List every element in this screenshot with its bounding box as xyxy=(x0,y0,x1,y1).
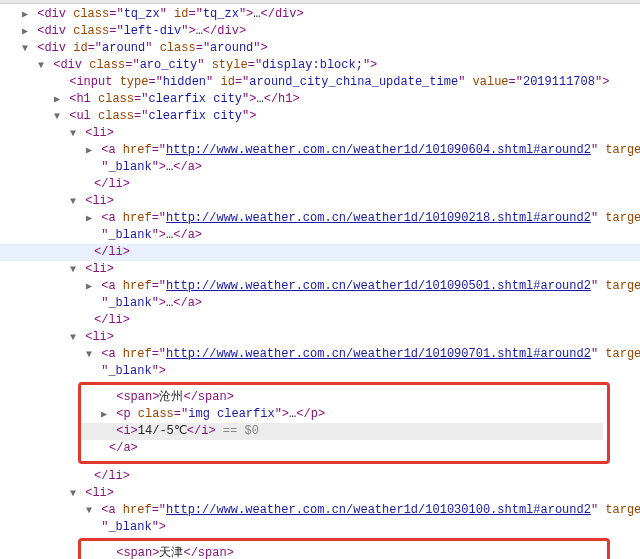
dom-node-li-close[interactable]: ▶</li> xyxy=(0,312,640,329)
dom-node-a-open[interactable]: ▼ <a href="http://www.weather.com.cn/wea… xyxy=(0,346,640,363)
dom-tree: ▶ <div class="tq_zx" id="tq_zx">…</div> … xyxy=(0,4,640,559)
dom-node-ul[interactable]: ▼ <ul class="clearfix city"> xyxy=(0,108,640,125)
dom-node-a[interactable]: ▶ <a href="http://www.weather.com.cn/wea… xyxy=(0,210,640,227)
dom-node-div-arocity[interactable]: ▼ <div class="aro_city" style="display:b… xyxy=(0,57,640,74)
dom-node-a[interactable]: ▶ <a href="http://www.weather.com.cn/wea… xyxy=(0,278,640,295)
collapse-arrow[interactable]: ▼ xyxy=(84,347,94,363)
collapse-arrow[interactable]: ▼ xyxy=(68,126,78,142)
href-link[interactable]: http://www.weather.com.cn/weather1d/1010… xyxy=(166,143,591,157)
dom-node-li[interactable]: ▼ <li> xyxy=(0,485,640,502)
collapse-arrow[interactable]: ▼ xyxy=(84,503,94,519)
dom-node-li[interactable]: ▼ <li> xyxy=(0,261,640,278)
collapse-arrow[interactable]: ▼ xyxy=(68,330,78,346)
dom-node-li[interactable]: ▼ <li> xyxy=(0,193,640,210)
collapse-arrow[interactable]: ▼ xyxy=(36,58,46,74)
dom-node-a-close[interactable]: ▶</a> xyxy=(81,440,603,457)
dom-node-h1[interactable]: ▶ <h1 class="clearfix city">…</h1> xyxy=(0,91,640,108)
dollar-zero-indicator: == $0 xyxy=(216,424,259,438)
dom-node-input-hidden[interactable]: ▶ <input type="hidden" id="around_city_c… xyxy=(0,74,640,91)
expand-arrow[interactable]: ▶ xyxy=(20,7,30,23)
expand-arrow[interactable]: ▶ xyxy=(84,279,94,295)
dom-node-a-open[interactable]: ▼ <a href="http://www.weather.com.cn/wea… xyxy=(0,502,640,519)
dom-node-a-open-cont[interactable]: ▶ "_blank"> xyxy=(0,363,640,380)
href-link[interactable]: http://www.weather.com.cn/weather1d/1010… xyxy=(166,503,591,517)
dom-node-li-close[interactable]: ▶</li> xyxy=(0,468,640,485)
href-link[interactable]: http://www.weather.com.cn/weather1d/1010… xyxy=(166,211,591,225)
collapse-arrow[interactable]: ▼ xyxy=(52,109,62,125)
highlight-box-2: ▶ <span>天津</span> ▶ <p class="img clearf… xyxy=(78,538,610,559)
dom-node-li[interactable]: ▼ <li> xyxy=(0,125,640,142)
dom-node-li-close[interactable]: ▶</li> xyxy=(0,176,640,193)
dom-node-i-selected[interactable]: ▶ <i>14/-5℃</i> == $0 xyxy=(81,423,603,440)
expand-arrow[interactable]: ▶ xyxy=(20,24,30,40)
collapse-arrow[interactable]: ▼ xyxy=(20,41,30,57)
dom-node-li-close[interactable]: ▶</li> xyxy=(0,244,640,261)
dom-node-a-cont[interactable]: ▶ "_blank">…</a> xyxy=(0,295,640,312)
expand-arrow[interactable]: ▶ xyxy=(84,143,94,159)
dom-node-div-around[interactable]: ▼ <div id="around" class="around"> xyxy=(0,40,640,57)
dom-node-div-tqzx[interactable]: ▶ <div class="tq_zx" id="tq_zx">…</div> xyxy=(0,6,640,23)
expand-arrow[interactable]: ▶ xyxy=(99,407,109,423)
dom-node-a-open-cont[interactable]: ▶ "_blank"> xyxy=(0,519,640,536)
dom-node-div-leftdiv[interactable]: ▶ <div class="left-div">…</div> xyxy=(0,23,640,40)
dom-node-span[interactable]: ▶ <span>沧州</span> xyxy=(81,389,603,406)
dom-node-li[interactable]: ▼ <li> xyxy=(0,329,640,346)
dom-node-a-cont[interactable]: ▶ "_blank">…</a> xyxy=(0,227,640,244)
collapse-arrow[interactable]: ▼ xyxy=(68,262,78,278)
href-link[interactable]: http://www.weather.com.cn/weather1d/1010… xyxy=(166,279,591,293)
dom-node-a-cont[interactable]: ▶ "_blank">…</a> xyxy=(0,159,640,176)
collapse-arrow[interactable]: ▼ xyxy=(68,486,78,502)
dom-node-span[interactable]: ▶ <span>天津</span> xyxy=(81,545,603,559)
highlight-box-1: ▶ <span>沧州</span> ▶ <p class="img clearf… xyxy=(78,382,610,464)
href-link[interactable]: http://www.weather.com.cn/weather1d/1010… xyxy=(166,347,591,361)
collapse-arrow[interactable]: ▼ xyxy=(68,194,78,210)
dom-node-a[interactable]: ▶ <a href="http://www.weather.com.cn/wea… xyxy=(0,142,640,159)
expand-arrow[interactable]: ▶ xyxy=(84,211,94,227)
expand-arrow[interactable]: ▶ xyxy=(52,92,62,108)
dom-node-p[interactable]: ▶ <p class="img clearfix">…</p> xyxy=(81,406,603,423)
